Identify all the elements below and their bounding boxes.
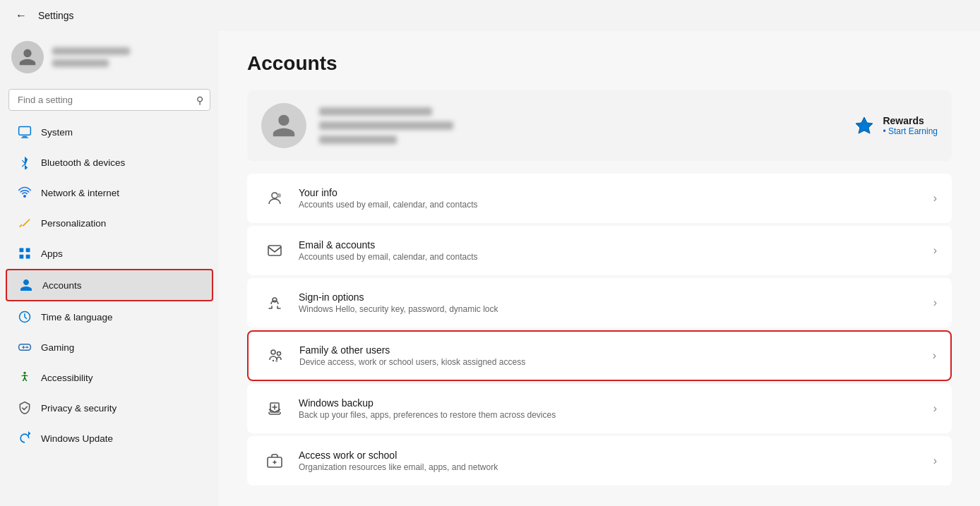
settings-card-title: Your info bbox=[299, 187, 922, 198]
sidebar-item-accessibility[interactable]: Accessibility bbox=[6, 363, 213, 392]
settings-card-text: Family & other users Device access, work… bbox=[299, 344, 921, 367]
gaming-icon bbox=[17, 339, 32, 355]
account-avatar bbox=[261, 103, 306, 148]
settings-card-text: Your info Accounts used by email, calend… bbox=[299, 187, 922, 210]
update-icon bbox=[17, 430, 32, 446]
rewards-icon bbox=[853, 114, 876, 137]
settings-card-title: Access work or school bbox=[299, 450, 922, 461]
settings-card-signin[interactable]: Sign-in options Windows Hello, security … bbox=[247, 278, 952, 327]
accessibility-icon bbox=[17, 370, 32, 385]
chevron-right-icon: › bbox=[933, 454, 937, 467]
sidebar-item-label: Gaming bbox=[41, 342, 74, 353]
chevron-right-icon: › bbox=[933, 402, 937, 415]
settings-card-family[interactable]: Family & other users Device access, work… bbox=[247, 330, 952, 381]
network-icon bbox=[17, 185, 32, 200]
privacy-icon bbox=[17, 400, 32, 416]
svg-rect-7 bbox=[26, 255, 30, 259]
sidebar-item-privacy[interactable]: Privacy & security bbox=[6, 393, 213, 423]
settings-card-title: Windows backup bbox=[299, 397, 922, 409]
back-button[interactable]: ← bbox=[11, 6, 31, 25]
user-name-blurred bbox=[52, 47, 130, 67]
sidebar: ⚲ System bbox=[0, 31, 219, 506]
settings-card-subtitle: Organization resources like email, apps,… bbox=[299, 462, 922, 472]
personalization-icon bbox=[17, 215, 32, 231]
page-title: Accounts bbox=[247, 52, 952, 75]
settings-card-email[interactable]: Email & accounts Accounts used by email,… bbox=[247, 226, 952, 275]
svg-point-12 bbox=[272, 193, 277, 198]
nav-menu: System Bluetooth & devices bbox=[0, 116, 219, 454]
settings-card-title: Sign-in options bbox=[299, 291, 922, 303]
chevron-right-icon: › bbox=[933, 349, 936, 362]
search-container: ⚲ bbox=[8, 89, 210, 111]
chevron-right-icon: › bbox=[933, 296, 937, 309]
sidebar-item-bluetooth[interactable]: Bluetooth & devices bbox=[6, 147, 213, 177]
bluetooth-icon bbox=[17, 155, 32, 170]
settings-card-text: Windows backup Back up your files, apps,… bbox=[299, 397, 922, 420]
sidebar-item-label: Windows Update bbox=[41, 433, 113, 444]
work-icon bbox=[262, 448, 287, 474]
search-input[interactable] bbox=[8, 89, 210, 111]
settings-card-subtitle: Accounts used by email, calendar, and co… bbox=[299, 200, 922, 210]
svg-rect-6 bbox=[20, 255, 24, 259]
sidebar-item-label: Accessibility bbox=[41, 373, 93, 383]
settings-card-subtitle: Accounts used by email, calendar, and co… bbox=[299, 252, 922, 262]
settings-card-subtitle: Windows Hello, security key, password, d… bbox=[299, 304, 922, 314]
sidebar-item-label: Time & language bbox=[41, 312, 113, 323]
sidebar-item-label: Network & internet bbox=[41, 188, 119, 198]
rewards-subtitle: • Start Earning bbox=[883, 126, 938, 136]
backup-icon bbox=[262, 396, 287, 421]
settings-card-your-info[interactable]: Your info Accounts used by email, calend… bbox=[247, 174, 952, 223]
account-header-card[interactable]: Rewards • Start Earning bbox=[247, 90, 952, 161]
account-header-left bbox=[261, 103, 453, 148]
rewards-section[interactable]: Rewards • Start Earning bbox=[853, 114, 938, 137]
settings-list: Your info Accounts used by email, calend… bbox=[247, 174, 952, 486]
sidebar-user-profile[interactable] bbox=[0, 31, 219, 83]
rewards-subtitle-text: Start Earning bbox=[888, 126, 938, 136]
svg-rect-0 bbox=[19, 127, 31, 135]
time-icon bbox=[17, 309, 32, 325]
svg-point-18 bbox=[273, 360, 274, 361]
rewards-dot: • bbox=[883, 126, 885, 136]
sidebar-item-update[interactable]: Windows Update bbox=[6, 423, 213, 453]
sidebar-item-label: System bbox=[41, 127, 73, 138]
sidebar-item-accounts[interactable]: Accounts bbox=[6, 269, 213, 301]
sidebar-item-label: Accounts bbox=[42, 280, 82, 291]
account-info bbox=[319, 107, 453, 144]
svg-marker-11 bbox=[856, 117, 873, 133]
svg-point-3 bbox=[24, 195, 26, 198]
your-info-icon bbox=[262, 186, 287, 211]
main-layout: ⚲ System bbox=[0, 31, 980, 506]
sidebar-item-network[interactable]: Network & internet bbox=[6, 178, 213, 207]
sidebar-item-gaming[interactable]: Gaming bbox=[6, 332, 213, 362]
sidebar-item-apps[interactable]: Apps bbox=[6, 239, 213, 268]
sidebar-item-time[interactable]: Time & language bbox=[6, 302, 213, 332]
accounts-icon bbox=[18, 277, 34, 293]
title-bar: ← Settings bbox=[0, 0, 980, 31]
settings-card-subtitle: Back up your files, apps, preferences to… bbox=[299, 410, 922, 420]
settings-card-text: Sign-in options Windows Hello, security … bbox=[299, 291, 922, 314]
svg-point-10 bbox=[23, 372, 25, 374]
settings-card-subtitle: Device access, work or school users, kio… bbox=[299, 357, 921, 367]
svg-point-13 bbox=[277, 193, 281, 198]
sidebar-item-label: Bluetooth & devices bbox=[41, 157, 125, 168]
settings-card-title: Family & other users bbox=[299, 344, 921, 356]
settings-card-text: Email & accounts Accounts used by email,… bbox=[299, 239, 922, 262]
sidebar-item-label: Apps bbox=[41, 248, 63, 259]
family-icon bbox=[263, 343, 288, 368]
settings-card-backup[interactable]: Windows backup Back up your files, apps,… bbox=[247, 384, 952, 433]
svg-rect-2 bbox=[21, 138, 28, 138]
svg-rect-5 bbox=[26, 248, 30, 253]
avatar bbox=[11, 41, 44, 73]
svg-rect-1 bbox=[23, 136, 28, 138]
svg-rect-4 bbox=[20, 248, 24, 253]
settings-card-text: Access work or school Organization resou… bbox=[299, 450, 922, 472]
rewards-text: Rewards • Start Earning bbox=[883, 115, 938, 136]
settings-card-work[interactable]: Access work or school Organization resou… bbox=[247, 436, 952, 486]
sidebar-item-system[interactable]: System bbox=[6, 117, 213, 147]
chevron-right-icon: › bbox=[933, 192, 937, 205]
svg-point-16 bbox=[271, 350, 275, 354]
sidebar-item-personalization[interactable]: Personalization bbox=[6, 208, 213, 238]
svg-rect-14 bbox=[268, 246, 281, 255]
content-area: Accounts bbox=[219, 31, 980, 506]
chevron-right-icon: › bbox=[933, 244, 937, 257]
